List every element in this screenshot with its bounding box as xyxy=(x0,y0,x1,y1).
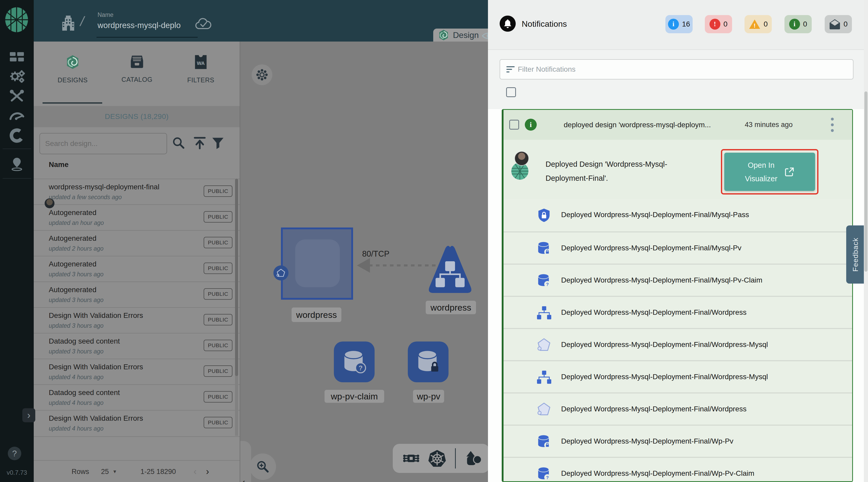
top-header: / Name wordpress-mysql-deplo Design xyxy=(34,0,488,41)
notification-menu-button[interactable] xyxy=(831,118,834,135)
subitem-row[interactable]: Deployed Wordpress-Mysql-Deployment-Fina… xyxy=(503,328,852,360)
active-tab-underline xyxy=(42,102,102,104)
design-list-scrollbar[interactable] xyxy=(235,179,238,436)
breadcrumb-separator: / xyxy=(79,13,86,29)
chip-warning-count[interactable]: ! 0 xyxy=(745,15,772,33)
feedback-button[interactable]: Feedback xyxy=(846,225,865,284)
chip-read-count[interactable]: 0 xyxy=(825,15,852,33)
detail-text-line2: Deployment-Final'. xyxy=(546,174,608,182)
external-link-icon xyxy=(784,167,795,177)
rows-per-page-label: Rows xyxy=(71,468,89,476)
configuration-tools-icon[interactable] xyxy=(8,88,25,105)
notification-checkbox[interactable] xyxy=(509,120,519,130)
column-header-name: Name xyxy=(49,161,68,169)
subitem-text: Deployed Wordpress-Mysql-Deployment-Fina… xyxy=(561,276,763,284)
subitem-row[interactable]: Deployed Wordpress-Mysql-Deployment-Fina… xyxy=(503,457,852,482)
tab-catalog[interactable]: CATALOG xyxy=(106,55,168,104)
help-button[interactable]: ? xyxy=(8,447,21,460)
designs-drawer: DESIGNS CATALOG WA FILTERS DESIGNS (18,2… xyxy=(34,41,240,482)
upload-design-icon[interactable] xyxy=(192,136,207,150)
subitem-row[interactable]: Deployed Wordpress-Mysql-Deployment-Fina… xyxy=(503,392,852,425)
prev-page-button[interactable]: ‹ xyxy=(193,466,197,477)
tab-designs[interactable]: DESIGNS xyxy=(41,55,104,104)
subitem-row[interactable]: Deployed Wordpress-Mysql-Deployment-Fina… xyxy=(503,425,852,457)
detail-text-line1: Deployed Design 'Wordpress-Mysql- xyxy=(546,160,667,169)
kubernetes-helm-icon[interactable] xyxy=(428,449,446,467)
notification-row-header[interactable]: i deployed design 'wordpress-mysql-deplo… xyxy=(503,110,852,140)
design-row[interactable]: Autogenerated updated 3 hours ago PUBLIC xyxy=(34,282,240,308)
service-node-wordpress[interactable] xyxy=(427,245,473,296)
chip-success-count[interactable]: i 0 xyxy=(784,15,812,33)
error-icon: ! xyxy=(710,19,720,30)
subitem-row[interactable]: Deployed Wordpress-Mysql-Deployment-Fina… xyxy=(503,296,852,328)
canvas-modules-button[interactable] xyxy=(252,64,272,85)
design-name: Autogenerated xyxy=(49,286,96,294)
design-updated: updated 2 hours ago xyxy=(49,245,103,252)
design-row[interactable]: Datadog seed content updated 3 hours ago… xyxy=(34,333,240,359)
pv-db-lock-icon xyxy=(537,434,551,449)
subitem-row[interactable]: Deployed Wordpress-Mysql-Deployment-Fina… xyxy=(503,360,852,392)
performance-gauge-icon[interactable] xyxy=(8,108,25,124)
sidebar-expand-button[interactable]: › xyxy=(22,408,35,422)
subitem-row[interactable]: Deployed Wordpress-Mysql-Deployment-Fina… xyxy=(503,199,852,231)
design-canvas[interactable]: wordpress 80/TCP wordpress ? xyxy=(240,41,488,482)
design-row[interactable]: Design With Validation Errors updated 4 … xyxy=(34,410,240,437)
service-label: wordpress xyxy=(426,301,476,314)
lifecycle-gears-icon[interactable] xyxy=(8,68,25,85)
sidebar-divider-2 xyxy=(3,178,31,179)
page-scrollbar[interactable] xyxy=(864,0,868,482)
subitem-row[interactable]: Deployed Wordpress-Mysql-Deployment-Fina… xyxy=(503,231,852,263)
dashboard-icon[interactable] xyxy=(8,48,25,65)
shapes-icon[interactable] xyxy=(465,450,482,466)
subitem-text: Deployed Wordpress-Mysql-Deployment-Fina… xyxy=(561,210,749,219)
sidebar-divider xyxy=(3,148,31,149)
deployment-label: wordpress xyxy=(291,308,341,322)
filter-notifications-input[interactable] xyxy=(515,60,853,79)
design-search-input[interactable] xyxy=(40,134,177,154)
open-in-visualizer-button[interactable]: Open In Visualizer xyxy=(724,153,815,191)
design-row[interactable]: Autogenerated updated 3 hours ago PUBLIC xyxy=(34,256,240,282)
chip-error-count[interactable]: ! 0 xyxy=(705,15,732,33)
filter-funnel-icon[interactable] xyxy=(211,136,225,150)
zoom-in-button[interactable] xyxy=(250,453,276,480)
rows-per-page-value[interactable]: 25 xyxy=(101,468,109,476)
pod-pentagon-badge-icon[interactable] xyxy=(273,265,288,281)
organization-building-icon[interactable] xyxy=(61,15,76,31)
drawer-collapse-handle[interactable]: ‹ xyxy=(240,441,251,482)
design-row[interactable]: Autogenerated updated 2 hours ago PUBLIC xyxy=(34,230,240,256)
design-row[interactable]: Design With Validation Errors updated 3 … xyxy=(34,307,240,334)
design-row[interactable]: Autogenerated updated an hour ago PUBLIC xyxy=(34,204,240,231)
pvc-db-question-icon xyxy=(537,467,551,481)
search-icon[interactable] xyxy=(171,136,186,150)
tab-filters[interactable]: WA FILTERS xyxy=(169,55,232,104)
subitem-text: Deployed Wordpress-Mysql-Deployment-Fina… xyxy=(561,469,754,478)
notification-summary: deployed design 'wordpress-mysql-deploym… xyxy=(564,121,711,129)
filter-lines-icon xyxy=(506,65,515,74)
rows-per-page-caret-icon[interactable]: ▼ xyxy=(113,469,117,475)
next-page-button[interactable]: › xyxy=(206,466,209,477)
subitem-text: Deployed Wordpress-Mysql-Deployment-Fina… xyxy=(561,405,747,413)
extensions-icon[interactable] xyxy=(8,127,25,144)
pvc-db-question-icon xyxy=(537,274,551,288)
info-icon: i xyxy=(668,19,679,30)
service-tree-icon xyxy=(537,370,551,385)
design-row[interactable]: Design With Validation Errors updated 4 … xyxy=(34,359,240,385)
secret-shield-lock-icon xyxy=(537,208,551,223)
info-count: 16 xyxy=(682,20,690,28)
pv-node-wp-pv[interactable] xyxy=(408,341,448,382)
design-row[interactable]: wordpress-mysql-deployment-final updated… xyxy=(34,179,240,205)
design-updated: updated 3 hours ago xyxy=(49,271,103,278)
design-name-input[interactable]: wordpress-mysql-deplo xyxy=(97,21,186,30)
connections-pin-icon[interactable] xyxy=(8,156,25,172)
notification-card: i deployed design 'wordpress-mysql-deplo… xyxy=(502,109,853,482)
meshery-logo[interactable] xyxy=(4,7,30,33)
chip-info-count[interactable]: i 16 xyxy=(665,15,693,33)
design-row[interactable]: Datadog seed content updated 4 hours ago… xyxy=(34,385,240,410)
design-name: Autogenerated xyxy=(49,208,96,217)
select-all-checkbox[interactable] xyxy=(506,87,516,97)
visibility-badge: PUBLIC xyxy=(204,417,232,428)
subitem-row[interactable]: Deployed Wordpress-Mysql-Deployment-Fina… xyxy=(503,263,852,296)
pv-label: wp-pv xyxy=(413,390,444,403)
components-chip-icon[interactable] xyxy=(403,450,419,466)
pvc-node-wp-pv-claim[interactable]: ? xyxy=(334,341,375,382)
